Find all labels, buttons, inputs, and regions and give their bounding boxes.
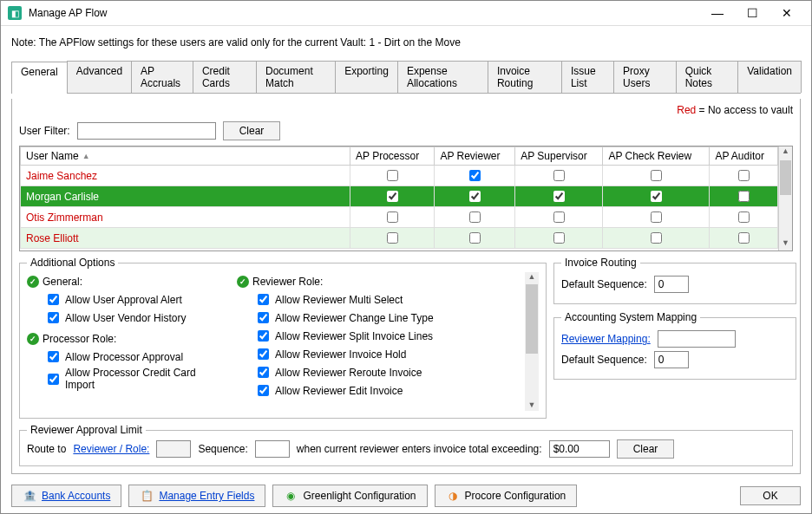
user-name-cell[interactable]: Rose Elliott [21,228,350,249]
option-checkbox[interactable]: Allow Reviewer Reroute Invoice [254,364,514,381]
user-name-cell[interactable]: Jaime Sanchez [21,166,350,186]
user-name-cell[interactable]: Otis Zimmerman [21,207,350,228]
option-checkbox[interactable]: Allow Processor Credit Card Import [44,367,226,391]
option-checkbox-input[interactable] [48,294,59,305]
checkbox-cell[interactable] [515,186,603,207]
option-checkbox-input[interactable] [258,330,269,342]
role-checkbox[interactable] [469,211,481,223]
column-header[interactable]: AP Supervisor [515,147,603,166]
amount-input[interactable] [549,440,610,458]
reviewer-role-link[interactable]: Reviewer / Role: [73,443,149,455]
scroll-down-icon[interactable]: ▼ [779,238,792,250]
grid-scrollbar[interactable]: ▲ ▼ [778,146,792,250]
table-row[interactable]: Morgan Carlisle [21,186,778,207]
role-checkbox[interactable] [469,170,481,181]
sequence-input[interactable] [255,440,290,458]
option-checkbox-input[interactable] [258,348,269,360]
option-checkbox[interactable]: Allow User Vendor History [44,309,226,326]
scroll-thumb[interactable] [526,284,538,354]
option-checkbox-input[interactable] [258,294,269,305]
option-checkbox-input[interactable] [258,385,269,396]
tab-exporting[interactable]: Exporting [335,61,398,93]
tab-ap-accruals[interactable]: AP Accruals [131,61,193,93]
checkbox-cell[interactable] [710,186,778,207]
column-header[interactable]: AP Processor [350,147,435,166]
role-checkbox[interactable] [387,191,398,202]
option-checkbox[interactable]: Allow Reviewer Edit Invoice [254,382,514,399]
reviewer-role-input[interactable] [156,440,191,458]
checkbox-cell[interactable] [350,207,435,228]
option-checkbox[interactable]: Allow User Approval Alert [44,291,226,308]
greenlight-config-button[interactable]: ◉Greenlight Configuration [272,485,427,507]
checkbox-cell[interactable] [710,166,778,186]
close-button[interactable]: ✕ [769,1,804,25]
scroll-up-icon[interactable]: ▲ [779,146,792,159]
checkbox-cell[interactable] [603,166,710,186]
table-row[interactable]: Jaime Sanchez [21,166,778,186]
table-row[interactable]: Rose Elliott [21,228,778,249]
ok-button[interactable]: OK [740,486,801,505]
option-checkbox-input[interactable] [258,367,269,378]
scroll-thumb[interactable] [780,160,791,195]
checkbox-cell[interactable] [603,228,710,249]
scroll-up-icon[interactable]: ▲ [525,272,539,283]
checkbox-cell[interactable] [350,186,435,207]
checkbox-cell[interactable] [435,228,515,249]
checkbox-cell[interactable] [710,207,778,228]
role-checkbox[interactable] [469,232,481,244]
checkbox-cell[interactable] [515,207,603,228]
procore-config-button[interactable]: ◑Procore Configuration [435,485,578,507]
default-sequence-input[interactable] [654,276,689,293]
maximize-button[interactable]: ☐ [735,1,769,25]
column-header[interactable]: AP Auditor [710,147,778,166]
option-checkbox-input[interactable] [48,374,59,385]
option-checkbox[interactable]: Allow Reviewer Multi Select [254,291,514,308]
checkbox-cell[interactable] [603,207,710,228]
tab-document-match[interactable]: Document Match [256,61,336,93]
checkbox-cell[interactable] [515,228,603,249]
role-checkbox[interactable] [651,232,662,244]
reviewer-mapping-link[interactable]: Reviewer Mapping: [561,333,651,345]
role-checkbox[interactable] [553,211,565,223]
tab-quick-notes[interactable]: Quick Notes [676,61,739,93]
checkbox-cell[interactable] [435,207,515,228]
option-checkbox[interactable]: Allow Reviewer Change Line Type [254,309,514,326]
role-checkbox[interactable] [387,170,398,181]
option-checkbox[interactable]: Allow Reviewer Invoice Hold [254,346,514,362]
scroll-down-icon[interactable]: ▼ [525,400,539,411]
role-checkbox[interactable] [738,211,750,223]
approval-clear-button[interactable]: Clear [617,439,675,459]
role-checkbox[interactable] [738,170,750,181]
tab-validation[interactable]: Validation [737,61,802,93]
option-checkbox-input[interactable] [258,312,269,323]
minimize-button[interactable]: — [700,1,735,25]
role-checkbox[interactable] [651,170,662,181]
user-filter-clear-button[interactable]: Clear [223,121,281,140]
option-checkbox[interactable]: Allow Reviewer Split Invoice Lines [254,328,514,344]
checkbox-cell[interactable] [515,166,603,186]
role-checkbox[interactable] [387,211,398,223]
option-checkbox-input[interactable] [48,312,59,323]
tab-invoice-routing[interactable]: Invoice Routing [488,61,562,93]
tab-advanced[interactable]: Advanced [67,61,132,93]
role-checkbox[interactable] [738,191,750,202]
mapping-default-sequence-input[interactable] [654,351,689,368]
checkbox-cell[interactable] [603,186,710,207]
tab-expense-allocations[interactable]: Expense Allocations [397,61,488,93]
column-header[interactable]: AP Check Review [603,147,710,166]
user-name-cell[interactable]: Morgan Carlisle [21,186,350,207]
checkbox-cell[interactable] [350,166,435,186]
column-header[interactable]: AP Reviewer [435,147,515,166]
tab-issue-list[interactable]: Issue List [561,61,614,93]
role-checkbox[interactable] [469,191,481,202]
role-checkbox[interactable] [738,232,750,244]
option-checkbox-input[interactable] [48,351,59,362]
role-checkbox[interactable] [553,191,565,202]
role-checkbox[interactable] [553,232,565,244]
option-checkbox[interactable]: Allow Processor Approval [44,348,226,365]
manage-entry-fields-button[interactable]: 📋Manage Entry Fields [128,485,265,507]
tab-proxy-users[interactable]: Proxy Users [613,61,677,93]
column-header[interactable]: User Name▲ [21,147,350,166]
checkbox-cell[interactable] [435,166,515,186]
role-checkbox[interactable] [651,191,662,202]
